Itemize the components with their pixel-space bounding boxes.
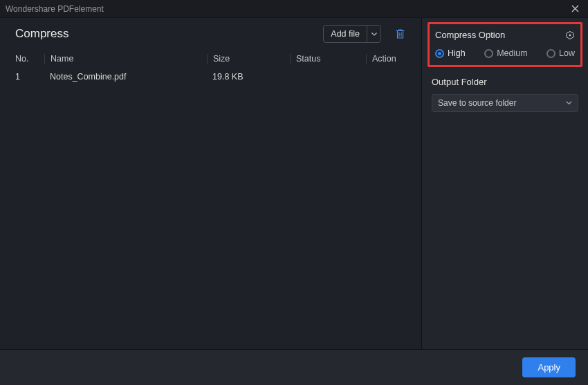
cell-name: Notes_Combine.pdf <box>44 72 207 82</box>
radio-icon <box>484 49 493 58</box>
settings-icon[interactable] <box>565 30 575 40</box>
close-button[interactable] <box>564 0 585 18</box>
chevron-down-icon <box>371 32 377 36</box>
apply-button[interactable]: Apply <box>522 357 576 377</box>
delete-button[interactable] <box>391 25 409 43</box>
output-folder-value: Save to source folder <box>438 98 516 108</box>
output-folder-label: Output Folder <box>432 77 578 87</box>
output-folder-select[interactable]: Save to source folder <box>432 94 578 112</box>
compress-level-radios: High Medium Low <box>434 48 576 58</box>
add-file-group: Add file <box>323 25 381 43</box>
radio-low[interactable]: Low <box>546 48 575 58</box>
cell-no: 1 <box>15 72 44 82</box>
radio-medium-label: Medium <box>497 48 527 58</box>
chevron-down-icon <box>566 101 572 105</box>
titlebar: Wondershare PDFelement <box>0 0 588 18</box>
cell-action <box>366 72 406 82</box>
file-list-pane: Compress Add file No. Name Size Status A… <box>0 18 422 349</box>
add-file-button[interactable]: Add file <box>324 26 367 42</box>
cell-size: 19.8 KB <box>207 72 290 82</box>
app-name: Wondershare PDFelement <box>6 4 104 14</box>
compress-option-section: Compress Option High Medium Low <box>428 22 582 67</box>
col-header-status: Status <box>290 54 366 64</box>
radio-low-label: Low <box>559 48 575 58</box>
radio-high-label: High <box>448 48 466 58</box>
content: Compress Add file No. Name Size Status A… <box>0 18 588 349</box>
radio-high[interactable]: High <box>435 48 466 58</box>
compress-option-header: Compress Option <box>434 30 576 40</box>
trash-icon <box>395 28 405 39</box>
col-header-size: Size <box>207 54 290 64</box>
left-header: Compress Add file <box>0 18 421 50</box>
col-header-name: Name <box>44 54 207 64</box>
options-pane: Compress Option High Medium Low <box>422 18 588 349</box>
radio-icon <box>435 49 444 58</box>
col-header-action: Action <box>366 54 406 64</box>
svg-point-1 <box>569 34 571 36</box>
compress-option-label: Compress Option <box>435 30 505 40</box>
col-header-no: No. <box>15 54 44 64</box>
close-icon <box>571 5 579 12</box>
footer: Apply <box>0 349 588 385</box>
table-row[interactable]: 1 Notes_Combine.pdf 19.8 KB <box>0 68 421 86</box>
radio-medium[interactable]: Medium <box>484 48 527 58</box>
table-header: No. Name Size Status Action <box>0 50 421 68</box>
page-title: Compress <box>15 27 318 41</box>
cell-status <box>290 72 366 82</box>
table-body: 1 Notes_Combine.pdf 19.8 KB <box>0 68 421 349</box>
radio-icon <box>546 49 555 58</box>
add-file-dropdown[interactable] <box>367 26 380 42</box>
